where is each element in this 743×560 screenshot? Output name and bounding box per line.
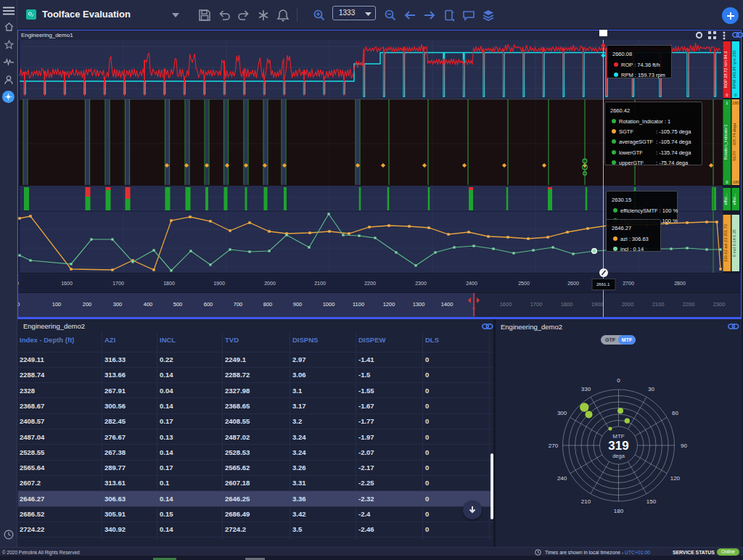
svg-text:ROP 28.72 min 84.3: ROP 28.72 min 84.3 <box>723 52 728 88</box>
svg-text:0 incl 0.14 0.35: 0 incl 0.14 0.35 <box>732 229 736 257</box>
svg-text:180: 180 <box>614 508 624 514</box>
svg-text:1: 1 <box>726 101 728 105</box>
svg-text:2000: 2000 <box>622 301 634 308</box>
svg-text:1600: 1600 <box>61 281 73 286</box>
svg-text:2661.1: 2661.1 <box>596 282 610 287</box>
svg-text:600: 600 <box>204 301 213 308</box>
svg-text:1300: 1300 <box>413 301 425 308</box>
svg-text:150: 150 <box>646 498 657 505</box>
svg-text:2500: 2500 <box>518 281 530 286</box>
svg-text:1800: 1800 <box>163 281 175 286</box>
svg-text:319: 319 <box>608 439 628 453</box>
svg-text:1900: 1900 <box>213 281 225 286</box>
svg-text:1800: 1800 <box>561 301 573 308</box>
svg-text:effici...: effici... <box>723 193 728 205</box>
svg-text:0: 0 <box>734 93 736 97</box>
svg-text:200: 200 <box>83 301 92 308</box>
svg-text:330: 330 <box>581 386 591 392</box>
svg-text:180: 180 <box>732 101 739 105</box>
svg-text:90: 90 <box>681 442 687 449</box>
svg-text:1900: 1900 <box>591 301 604 308</box>
svg-text:110.62 azi 23 351.73: 110.62 azi 23 351.73 <box>723 224 728 262</box>
svg-text:1700: 1700 <box>530 301 543 308</box>
svg-text:2000: 2000 <box>264 281 276 286</box>
svg-text:0: 0 <box>617 377 620 384</box>
svg-text:SGTF : -105.74 dega: SGTF : -105.74 dega <box>732 123 736 161</box>
svg-text:dega: dega <box>612 453 625 459</box>
svg-text:400: 400 <box>144 301 153 308</box>
svg-text:0: 0 <box>726 180 728 184</box>
svg-text:700: 700 <box>234 301 243 308</box>
svg-text:300: 300 <box>557 410 567 416</box>
svg-text:2300: 2300 <box>415 281 427 286</box>
svg-text:300: 300 <box>113 301 123 308</box>
svg-text:2800: 2800 <box>674 281 686 286</box>
svg-text:1000: 1000 <box>323 301 335 308</box>
svg-text:RPM 143.85 rpm 230: RPM 143.85 rpm 230 <box>732 50 736 88</box>
svg-text:2600: 2600 <box>567 281 579 286</box>
svg-text:2400: 2400 <box>466 281 477 286</box>
svg-text:effici...: effici... <box>732 193 736 205</box>
svg-text:1600: 1600 <box>500 301 512 308</box>
svg-text:Rotation_Indicator1: Rotation_Indicator1 <box>723 125 728 160</box>
svg-text:2700: 2700 <box>623 281 634 286</box>
svg-text:270: 270 <box>549 442 559 449</box>
svg-text:0: 0 <box>17 281 19 286</box>
svg-text:120: 120 <box>670 475 681 482</box>
svg-text:2100: 2100 <box>652 301 665 308</box>
svg-text:1400: 1400 <box>441 301 453 308</box>
svg-text:2100: 2100 <box>314 281 326 286</box>
svg-text:0: 0 <box>726 93 728 97</box>
svg-text:60: 60 <box>672 410 678 416</box>
svg-text:2300: 2300 <box>713 301 726 308</box>
svg-text:1200: 1200 <box>383 301 395 308</box>
svg-text:1700: 1700 <box>112 281 124 286</box>
svg-text:500: 500 <box>173 301 183 308</box>
svg-text:30: 30 <box>648 386 654 392</box>
svg-text:-180: -180 <box>731 180 739 184</box>
svg-text:210: 210 <box>581 498 591 505</box>
svg-text:0: 0 <box>17 301 20 308</box>
svg-text:240: 240 <box>557 475 567 482</box>
svg-text:2200: 2200 <box>364 281 376 286</box>
svg-text:900: 900 <box>293 301 303 308</box>
svg-text:1100: 1100 <box>353 301 364 308</box>
svg-text:2200: 2200 <box>683 301 695 308</box>
svg-text:100: 100 <box>52 301 62 308</box>
svg-text:800: 800 <box>263 301 273 308</box>
